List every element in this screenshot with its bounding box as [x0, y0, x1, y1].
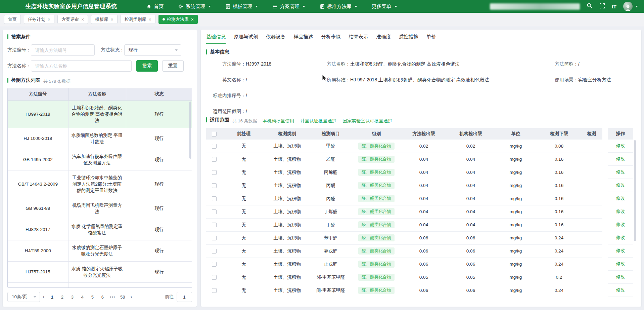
- avatar[interactable]: [623, 2, 633, 11]
- page-number[interactable]: •••: [109, 295, 116, 300]
- page-number[interactable]: 3: [69, 295, 75, 300]
- page-tab[interactable]: 首页: [4, 15, 21, 24]
- page-tab[interactable]: 检测方法库 ×: [158, 15, 198, 24]
- detail-tab[interactable]: 结果表示: [349, 34, 368, 44]
- scope-row[interactable]: 无 土壤、沉积物 丙酮 醛、酮类化合物 0.04 0.04 mg/kg 0.16: [206, 179, 602, 192]
- detail-tab[interactable]: 仪器设备: [266, 34, 286, 44]
- page-tab[interactable]: 任务计划 ×: [24, 15, 54, 24]
- method-name-input[interactable]: [31, 60, 132, 72]
- goto-page-input[interactable]: [177, 292, 192, 302]
- edit-link[interactable]: 修改: [616, 222, 625, 228]
- scope-row[interactable]: 无 土壤、沉积物 异戊醛 醛、酮类化合物 0.06 0.06 mg/kg 0.2…: [206, 244, 602, 258]
- nav-item-plan[interactable]: 方案管理: [273, 3, 305, 10]
- page-number[interactable]: 58: [120, 295, 126, 300]
- method-code-input[interactable]: [31, 44, 95, 56]
- font-size-icon[interactable]: tT: [612, 4, 616, 9]
- edit-link[interactable]: 修改: [616, 182, 625, 188]
- page-tab[interactable]: 方案评审 ×: [57, 15, 88, 24]
- nav-item-standard[interactable]: 标准方法库: [320, 3, 357, 10]
- row-checkbox[interactable]: [212, 223, 217, 227]
- method-row[interactable]: HJ/T59-2000 水质铍的测定石墨炉原子吸收分光光度法 现行: [8, 240, 192, 261]
- edit-link[interactable]: 修改: [616, 235, 625, 241]
- page-tab[interactable]: 检测类别库 ×: [121, 15, 155, 24]
- reset-button[interactable]: 重置: [162, 60, 184, 72]
- method-row[interactable]: HJ757-2015 水质 铬的测定火焰原子吸收分光光度法 现行: [8, 261, 192, 282]
- nav-item-template[interactable]: 模板管理: [226, 3, 258, 10]
- nav-item-more[interactable]: 更多菜单: [372, 3, 397, 10]
- scope-row[interactable]: 无 土壤、沉积物 丁烯醛 醛、酮类化合物 0.04 0.04 mg/kg 0.1…: [206, 205, 602, 218]
- scope-row[interactable]: 无 土壤、沉积物 间-甲基苯甲醛 醛、酮类化合物 0.06 0.06 mg/kg…: [206, 284, 602, 297]
- row-checkbox[interactable]: [212, 275, 217, 280]
- search-icon[interactable]: [587, 3, 593, 10]
- list-scrollbar-thumb[interactable]: [189, 102, 191, 159]
- row-checkbox[interactable]: [212, 196, 217, 201]
- nav-item-home[interactable]: 首页: [146, 3, 164, 10]
- method-row[interactable]: GB 9661-88 机场周围飞机噪声测量方法 现行: [8, 198, 192, 219]
- page-tab[interactable]: 模板库 ×: [91, 15, 117, 24]
- edit-link[interactable]: 修改: [616, 248, 625, 254]
- edit-link[interactable]: 修改: [616, 274, 625, 280]
- edit-link[interactable]: 修改: [616, 287, 625, 293]
- edit-link[interactable]: 修改: [616, 195, 625, 201]
- batch-action-link[interactable]: 国家实验室认可批量通过: [342, 118, 393, 124]
- scope-row[interactable]: 无 土壤、沉积物 丙醛 醛、酮类化合物 0.04 0.04 mg/kg 0.16: [206, 192, 602, 205]
- edit-link[interactable]: 修改: [616, 169, 625, 175]
- edit-link[interactable]: 修改: [616, 143, 625, 149]
- row-checkbox[interactable]: [212, 144, 217, 149]
- method-row[interactable]: HJ 1000-2018 水质细菌总数的测定 平皿计数法 现行: [8, 128, 192, 149]
- close-icon[interactable]: ×: [149, 17, 151, 22]
- prev-page-button[interactable]: ‹: [43, 294, 44, 300]
- detail-tab[interactable]: 分析步骤: [321, 34, 341, 44]
- search-button[interactable]: 搜索: [136, 60, 158, 72]
- row-checkbox[interactable]: [212, 183, 217, 188]
- scope-row[interactable]: 无 土壤、沉积物 邻-甲基苯甲醛 醛、酮类化合物 0.05 0.05 mg/kg…: [206, 271, 602, 284]
- nav-item-system[interactable]: 系统管理: [178, 3, 211, 10]
- chevron-down-icon[interactable]: [635, 6, 638, 7]
- scope-row[interactable]: 无 土壤、沉积物 苯甲醛 醛、酮类化合物 0.06 0.06 mg/kg 0.2…: [206, 231, 602, 244]
- scope-row[interactable]: 无 土壤、沉积物 丁醛 醛、酮类化合物 0.04 0.04 mg/kg 0.16: [206, 218, 602, 231]
- method-row[interactable]: HJ997-2018 土壤和沉积物醛、酮类化合物的测定 高效液相色谱法 现行: [8, 100, 192, 128]
- page-number[interactable]: 5: [89, 295, 95, 300]
- edit-link[interactable]: 修改: [616, 261, 625, 267]
- row-checkbox[interactable]: [212, 170, 217, 175]
- method-row[interactable]: 酸性土壤铵态氮、有效磷、速: [8, 282, 192, 288]
- batch-action-link[interactable]: 本机构批量使用: [263, 118, 294, 124]
- select-all-checkbox[interactable]: [212, 132, 217, 137]
- scope-row[interactable]: 无 土壤、沉积物 甲醛 醛、酮类化合物 0.02 0.02 mg/kg 0.08: [206, 140, 602, 153]
- page-size-select[interactable]: 10条/页: [7, 292, 40, 302]
- detail-tab[interactable]: 质控措施: [399, 34, 418, 44]
- detail-tab[interactable]: 准确度: [376, 34, 391, 44]
- page-number[interactable]: 6: [99, 295, 105, 300]
- row-checkbox[interactable]: [212, 157, 217, 162]
- batch-action-link[interactable]: 计量认证批量通过: [300, 118, 336, 124]
- method-status-select[interactable]: 现行: [124, 44, 181, 56]
- edit-link[interactable]: 修改: [616, 208, 625, 215]
- detail-tab[interactable]: 单价: [426, 34, 436, 44]
- scope-row[interactable]: 无 土壤、沉积物 丙烯醛 醛、酮类化合物 0.04 0.04 mg/kg 0.1…: [206, 166, 602, 179]
- detail-tab[interactable]: 样品描述: [294, 34, 313, 44]
- row-checkbox[interactable]: [212, 288, 217, 293]
- method-row[interactable]: GB 1495-2002 汽车加速行驶车外噪声限值及测量方法 现行: [8, 149, 192, 170]
- row-checkbox[interactable]: [212, 249, 217, 254]
- next-page-button[interactable]: ›: [130, 294, 132, 300]
- page-number[interactable]: 1: [49, 295, 55, 300]
- page-number[interactable]: 4: [79, 295, 85, 300]
- detail-tab[interactable]: 基础信息: [206, 34, 226, 44]
- close-icon[interactable]: ×: [110, 17, 113, 22]
- basic-info-title: 基本信息: [206, 49, 636, 55]
- fullscreen-icon[interactable]: [599, 3, 605, 10]
- close-icon[interactable]: ×: [81, 17, 84, 22]
- method-row[interactable]: HJ828-2017 水质 化学需氧量的测定重铬酸盐法 现行: [8, 219, 192, 240]
- scope-row[interactable]: 无 土壤、沉积物 乙醛 醛、酮类化合物 0.04 0.04 mg/kg 0.16: [206, 153, 602, 166]
- method-row[interactable]: GB/T 14643.2-2009 工业循环冷却水中菌藻的测定方法第2部分:土壤…: [8, 170, 192, 198]
- row-checkbox[interactable]: [212, 236, 217, 240]
- close-icon[interactable]: ×: [191, 17, 194, 22]
- scope-row[interactable]: 无 土壤、沉积物 正戊醛 醛、酮类化合物 0.06 0.06 mg/kg 0.2…: [206, 258, 602, 271]
- close-icon[interactable]: ×: [48, 17, 50, 22]
- detail-tab[interactable]: 原理与试剂: [234, 34, 258, 44]
- row-checkbox[interactable]: [212, 262, 217, 267]
- scope-scrollbar-thumb[interactable]: [634, 140, 636, 241]
- edit-link[interactable]: 修改: [616, 156, 625, 162]
- row-checkbox[interactable]: [212, 209, 217, 214]
- page-number[interactable]: 2: [59, 295, 65, 300]
